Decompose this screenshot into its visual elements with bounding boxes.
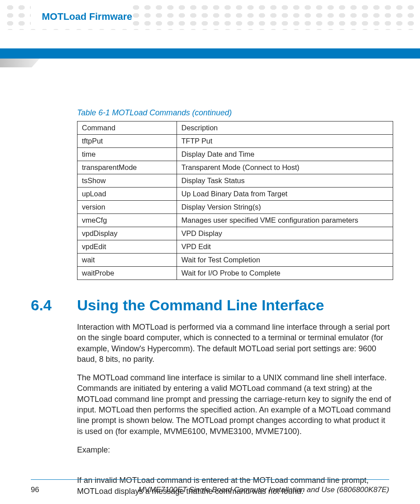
table-cell: Manages user specified VME configuration… [177, 214, 393, 227]
footer-divider [31, 479, 389, 480]
page-header-title: MOTLoad Firmware [31, 0, 132, 27]
table-caption: Table 6-1 MOTLoad Commands (continued) [77, 108, 389, 118]
paragraph-2: The MOTLoad command line interface is si… [77, 372, 393, 437]
example-label: Example: [77, 445, 393, 455]
table-row: upLoadUp Load Binary Data from Target [77, 188, 393, 201]
table-row: versionDisplay Version String(s) [77, 201, 393, 214]
table-row: tsShowDisplay Task Status [77, 174, 393, 188]
table-cell: tftpPut [77, 135, 177, 148]
table-cell: Display Date and Time [177, 148, 393, 161]
table-row: tftpPutTFTP Put [77, 135, 393, 148]
footer-text: MVME7100ET Single Board Computer Install… [138, 486, 389, 494]
header-blue-bar [0, 48, 420, 59]
table-cell: VPD Edit [177, 240, 393, 254]
section-number: 6.4 [31, 297, 77, 314]
table-header-cell: Command [77, 121, 177, 135]
table-cell: tsShow [77, 174, 177, 188]
table-cell: TFTP Put [177, 135, 393, 148]
table-cell: Transparent Mode (Connect to Host) [177, 161, 393, 174]
table-cell: Display Version String(s) [177, 201, 393, 214]
table-row: vmeCfgManages user specified VME configu… [77, 214, 393, 227]
table-cell: transparentMode [77, 161, 177, 174]
table-cell: Up Load Binary Data from Target [177, 188, 393, 201]
table-cell: VPD Display [177, 227, 393, 240]
table-cell: upLoad [77, 188, 177, 201]
table-cell: vpdDisplay [77, 227, 177, 240]
table-cell: vmeCfg [77, 214, 177, 227]
table-cell: Wait for Test Completion [177, 254, 393, 267]
table-cell: Display Task Status [177, 174, 393, 188]
table-cell: time [77, 148, 177, 161]
paragraph-1: Interaction with MOTLoad is performed vi… [77, 322, 393, 364]
table-cell: wait [77, 254, 177, 267]
table-row: transparentModeTransparent Mode (Connect… [77, 161, 393, 174]
table-row: timeDisplay Date and Time [77, 148, 393, 161]
table-row: waitProbeWait for I/O Probe to Complete [77, 267, 393, 280]
table-cell: version [77, 201, 177, 214]
table-cell: waitProbe [77, 267, 177, 280]
table-cell: Wait for I/O Probe to Complete [177, 267, 393, 280]
page-number: 96 [31, 486, 39, 494]
table-header-cell: Description [177, 121, 393, 135]
section-title: Using the Command Line Interface [77, 297, 324, 314]
table-row: vpdDisplayVPD Display [77, 227, 393, 240]
table-row: vpdEditVPD Edit [77, 240, 393, 254]
table-cell: vpdEdit [77, 240, 177, 254]
commands-table: CommandDescriptiontftpPutTFTP PuttimeDis… [77, 121, 393, 280]
table-row: waitWait for Test Completion [77, 254, 393, 267]
